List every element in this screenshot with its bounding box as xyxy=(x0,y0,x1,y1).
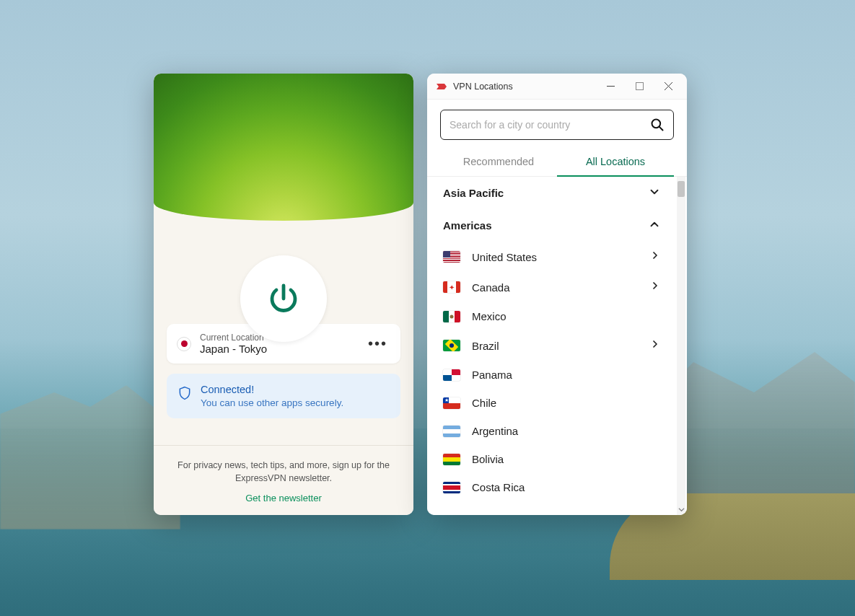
bo-flag-icon xyxy=(443,454,460,465)
ca-flag-icon: ✦ xyxy=(443,281,460,293)
chevron-right-icon xyxy=(649,280,661,294)
cr-flag-icon xyxy=(443,482,460,493)
chevron-up-icon xyxy=(648,218,661,233)
connection-hero xyxy=(154,74,413,221)
country-row[interactable]: Bolivia xyxy=(427,445,677,473)
region-header[interactable]: Americas xyxy=(427,209,677,242)
newsletter-footer: For privacy news, tech tips, and more, s… xyxy=(154,445,413,516)
country-row[interactable]: Costa Rica xyxy=(427,473,677,501)
expressvpn-window: ExpressVPN App updated! See What's New ×… xyxy=(154,74,413,515)
location-more-button[interactable]: ••• xyxy=(365,335,390,352)
scrollbar-thumb[interactable] xyxy=(678,181,685,197)
country-row[interactable]: United States xyxy=(427,242,677,272)
country-name: Argentina xyxy=(472,425,661,437)
country-name: Chile xyxy=(472,397,661,409)
locations-scroll-area[interactable]: Asia PacificAmericasUnited States✦Canada… xyxy=(427,177,677,515)
us-flag-icon xyxy=(443,251,460,263)
shield-icon xyxy=(177,385,192,401)
country-row[interactable]: Argentina xyxy=(427,417,677,445)
country-name: Canada xyxy=(472,281,638,294)
location-tabs: Recommended All Locations xyxy=(427,147,687,177)
country-name: Mexico xyxy=(472,310,661,322)
tab-all-locations[interactable]: All Locations xyxy=(557,147,674,176)
maximize-button[interactable] xyxy=(625,76,654,97)
minimize-button[interactable] xyxy=(596,76,625,97)
connected-info-card: Connected! You can use other apps secure… xyxy=(167,374,400,418)
power-icon xyxy=(266,281,301,316)
ar-flag-icon xyxy=(443,426,460,437)
titlebar[interactable]: VPN Locations xyxy=(427,74,687,100)
search-box[interactable] xyxy=(440,110,674,140)
br-flag-icon xyxy=(443,340,460,351)
search-input[interactable] xyxy=(450,119,643,131)
pa-flag-icon xyxy=(443,369,460,381)
footer-text: For privacy news, tech tips, and more, s… xyxy=(174,459,393,486)
country-name: Brazil xyxy=(472,340,638,352)
country-name: Bolivia xyxy=(472,453,661,465)
country-name: Costa Rica xyxy=(472,481,661,493)
power-button[interactable] xyxy=(240,255,327,342)
mx-flag-icon xyxy=(443,311,460,322)
location-name: Japan - Tokyo xyxy=(200,343,356,355)
country-row[interactable]: Chile xyxy=(427,389,677,417)
window-title: VPN Locations xyxy=(453,82,513,92)
country-row[interactable]: Mexico xyxy=(427,302,677,330)
scrollbar-down-button[interactable] xyxy=(677,505,685,514)
japan-flag-icon xyxy=(177,337,191,351)
status-card-title: Connected! xyxy=(201,384,343,395)
country-row[interactable]: Panama xyxy=(427,361,677,389)
cl-flag-icon xyxy=(443,397,460,409)
region-header[interactable]: Asia Pacific xyxy=(427,177,677,209)
status-card-subtitle: You can use other apps securely. xyxy=(201,397,343,408)
app-logo-icon xyxy=(436,81,447,92)
chevron-right-icon xyxy=(649,250,661,264)
tab-recommended[interactable]: Recommended xyxy=(440,147,557,176)
search-icon xyxy=(650,118,665,132)
chevron-right-icon xyxy=(649,338,661,353)
scrollbar-track[interactable] xyxy=(677,177,685,515)
chevron-down-icon xyxy=(648,185,661,201)
newsletter-link[interactable]: Get the newsletter xyxy=(174,493,393,503)
region-name: Asia Pacific xyxy=(443,187,504,199)
region-name: Americas xyxy=(443,219,492,232)
vpn-locations-window: VPN Locations Recommended All Locations … xyxy=(427,74,687,515)
country-row[interactable]: Brazil xyxy=(427,330,677,361)
country-name: Panama xyxy=(472,369,661,381)
country-name: United States xyxy=(472,251,638,263)
svg-rect-1 xyxy=(636,83,643,90)
country-row[interactable]: ✦Canada xyxy=(427,272,677,302)
close-button[interactable] xyxy=(654,76,683,97)
